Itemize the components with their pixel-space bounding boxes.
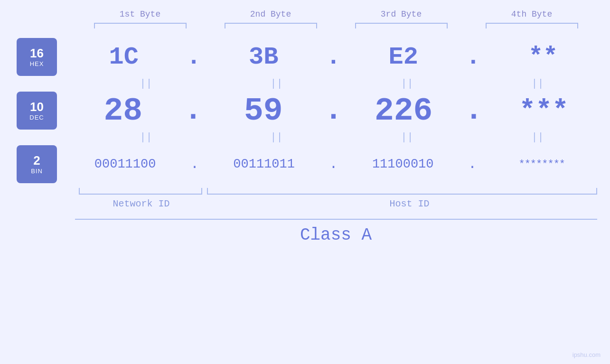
hex-row: 16 HEX 1C . 3B . E2 . **	[0, 38, 610, 76]
bin-values: 00011100 . 00111011 . 11100010 . *******…	[57, 156, 610, 172]
network-id-label: Network ID	[75, 198, 208, 209]
eq1-3: ||	[355, 78, 460, 90]
dec-byte-4: ***	[492, 95, 596, 126]
top-bracket-row	[75, 23, 597, 28]
hex-byte-4: **	[491, 43, 595, 71]
bin-dot-2: .	[329, 156, 338, 172]
byte-label-4: 4th Byte	[479, 9, 584, 19]
dec-dot-2: .	[324, 93, 342, 128]
hex-dot-3: .	[466, 43, 480, 71]
hex-values: 1C . 3B . E2 . **	[57, 43, 610, 71]
bin-byte-3: 11100010	[351, 157, 455, 171]
bin-dot-1: .	[190, 156, 199, 172]
hex-base-number: 16	[30, 47, 44, 60]
hex-byte-2: 3B	[211, 43, 316, 71]
bin-badge: 2 BIN	[17, 145, 57, 183]
bracket-2	[225, 23, 317, 28]
bin-base-label: BIN	[31, 168, 43, 175]
class-top-line	[75, 219, 597, 220]
eq2-4: ||	[486, 131, 590, 143]
bin-byte-4: ********	[489, 159, 594, 170]
hex-badge: 16 HEX	[17, 38, 57, 76]
class-label: Class A	[75, 225, 597, 245]
byte-label-3: 3rd Byte	[349, 9, 453, 19]
dec-dot-3: .	[465, 93, 483, 128]
network-bracket	[79, 188, 202, 195]
bottom-brackets	[75, 188, 597, 195]
dec-row: 10 DEC 28 . 59 . 226 . ***	[0, 92, 610, 130]
host-id-label: Host ID	[222, 198, 597, 209]
bottom-section: Network ID Host ID	[75, 188, 597, 209]
bin-byte-1: 00011100	[73, 157, 178, 171]
eq2-3: ||	[355, 131, 460, 143]
bracket-4	[486, 23, 578, 28]
host-bracket	[207, 188, 597, 195]
bin-dot-3: .	[468, 156, 477, 172]
eq1-1: ||	[94, 78, 198, 90]
eq2-2: ||	[225, 131, 329, 143]
hex-base-label: HEX	[30, 60, 44, 67]
dec-badge: 10 DEC	[17, 92, 57, 130]
byte-label-1: 1st Byte	[88, 9, 192, 19]
header-row: 1st Byte 2nd Byte 3rd Byte 4th Byte	[75, 9, 597, 19]
hex-dot-1: .	[186, 43, 201, 71]
byte-label-2: 2nd Byte	[218, 9, 323, 19]
bin-base-number: 2	[33, 154, 40, 168]
dec-byte-2: 59	[211, 93, 316, 129]
main-container: 1st Byte 2nd Byte 3rd Byte 4th Byte 16 H…	[0, 0, 610, 364]
eq1-2: ||	[225, 78, 329, 90]
class-section: Class A	[75, 219, 597, 245]
id-labels: Network ID Host ID	[75, 198, 597, 209]
dec-byte-3: 226	[351, 93, 456, 129]
dec-base-number: 10	[30, 100, 44, 114]
equals-row-1: || || || ||	[81, 76, 603, 92]
eq2-1: ||	[94, 131, 198, 143]
bracket-1	[94, 23, 187, 28]
bracket-3	[355, 23, 448, 28]
bin-row: 2 BIN 00011100 . 00111011 . 11100010 . *…	[0, 145, 610, 183]
equals-row-2: || || || ||	[81, 130, 603, 145]
bin-byte-2: 00111011	[212, 157, 316, 171]
dec-dot-1: .	[184, 93, 202, 128]
dec-byte-1: 28	[71, 93, 175, 129]
eq1-4: ||	[486, 78, 590, 90]
watermark: ipshu.com	[572, 351, 601, 358]
dec-base-label: DEC	[29, 114, 44, 121]
hex-byte-3: E2	[351, 43, 456, 71]
dec-values: 28 . 59 . 226 . ***	[57, 93, 610, 129]
hex-dot-2: .	[326, 43, 341, 71]
hex-byte-1: 1C	[72, 43, 176, 71]
